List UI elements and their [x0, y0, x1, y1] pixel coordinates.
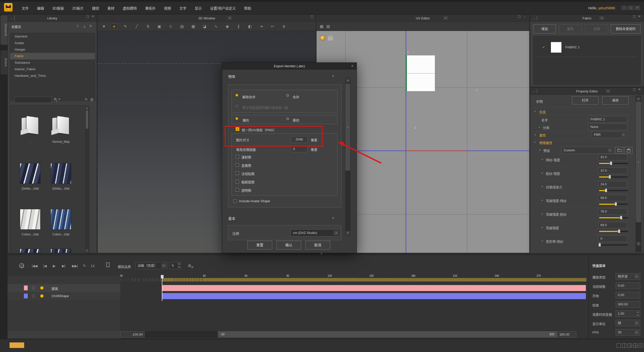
- next-frame-icon[interactable]: ▶|: [62, 264, 65, 268]
- expand-caret-icon[interactable]: ▸: [542, 199, 543, 201]
- fabric-thumbnail-partial[interactable]: [51, 249, 71, 253]
- menu-file[interactable]: 文件: [22, 6, 29, 11]
- fabric-thumbnail[interactable]: [20, 163, 41, 184]
- move-gizmo-icon[interactable]: ✛: [111, 24, 117, 29]
- go-to-start-icon[interactable]: |◀◀: [32, 264, 37, 268]
- folder-normal-map-icon[interactable]: [51, 116, 70, 135]
- refresh-icon[interactable]: ↻: [89, 24, 92, 28]
- folder-up-icon[interactable]: [20, 116, 40, 135]
- uv-menu-caret[interactable]: ▾: [443, 16, 449, 20]
- slider-track[interactable]: [599, 204, 628, 205]
- slider-handle[interactable]: [598, 243, 601, 247]
- favorite-item-substance[interactable]: Substance: [10, 59, 95, 66]
- checkbox-include-avatar[interactable]: [233, 199, 237, 203]
- collapse-section-icon[interactable]: ∧: [332, 74, 334, 78]
- float-panel-icon[interactable]: ▢: [633, 88, 636, 91]
- arrange-tool-icon[interactable]: ⇥: [258, 24, 264, 29]
- category-field[interactable]: None: [588, 124, 627, 130]
- float-panel-icon[interactable]: ▢: [311, 15, 313, 18]
- preset-save-button[interactable]: [624, 147, 632, 154]
- layout-split-icon[interactable]: [628, 343, 632, 348]
- slider-value-field[interactable]: 37.0: [598, 167, 627, 174]
- dialog-cancel-button[interactable]: 取消: [305, 241, 330, 250]
- menu-retopology[interactable]: 重拓扑: [145, 6, 156, 11]
- menu-video[interactable]: 视频: [164, 6, 171, 11]
- close-panel-icon[interactable]: ✕: [92, 15, 94, 18]
- slider-track[interactable]: [599, 231, 628, 232]
- trim-tool-icon[interactable]: ◧: [247, 24, 253, 29]
- spin-down-icon[interactable]: ▾: [177, 266, 181, 268]
- favorite-item-interior-fabric[interactable]: Interior_Fabric: [10, 66, 95, 73]
- dropdown-caret-icon[interactable]: ▾: [621, 132, 626, 137]
- restore-button[interactable]: ▢: [628, 6, 633, 10]
- timeline-hscroll-thumb[interactable]: -30 300: [218, 331, 557, 337]
- select-pen-icon[interactable]: ✎: [122, 24, 129, 29]
- dropdown-caret-icon[interactable]: ▾: [634, 274, 639, 279]
- current-frame-field[interactable]: 0.00: [616, 283, 640, 289]
- track-keyframe-dot-icon[interactable]: [40, 294, 44, 298]
- info-section-header[interactable]: 信息: [539, 110, 546, 114]
- avatar-tool-icon[interactable]: ☉: [167, 24, 174, 29]
- spin-up-icon[interactable]: ▴: [177, 262, 181, 265]
- minimize-button[interactable]: –: [622, 6, 627, 10]
- attribute-section-header[interactable]: 属性: [539, 133, 546, 137]
- float-panel-icon[interactable]: ▢: [518, 15, 521, 18]
- fabric-add-button[interactable]: 增加: [533, 24, 556, 33]
- menu-settings[interactable]: 设置/用户自定义: [210, 6, 236, 11]
- fabric-copy-button[interactable]: 复制: [559, 24, 582, 33]
- scrollbar-thumb[interactable]: [86, 111, 88, 129]
- slider-handle[interactable]: [605, 188, 607, 192]
- layout-custom-icon[interactable]: [639, 343, 643, 348]
- expand-caret-icon[interactable]: ▸: [535, 133, 536, 136]
- slider-handle[interactable]: [615, 202, 617, 206]
- close-panel-icon[interactable]: ✕: [638, 88, 641, 91]
- menu-edit[interactable]: 编辑: [37, 6, 44, 11]
- scrollbar-thumb[interactable]: ≡: [346, 84, 350, 170]
- checkbox-metalness-map[interactable]: [236, 163, 239, 167]
- dropdown-caret-icon[interactable]: ▾: [634, 330, 639, 335]
- scroll-up-icon[interactable]: ▲: [345, 78, 350, 83]
- fabric-thumbnail-partial[interactable]: [20, 249, 41, 253]
- checkbox-roughness-map[interactable]: [236, 180, 239, 183]
- start-frame-field[interactable]: 0.00: [616, 292, 640, 298]
- radio-unweld[interactable]: [236, 94, 238, 96]
- flip-panel-icon[interactable]: ▣: [156, 24, 163, 29]
- favorite-item-hanger[interactable]: Hanger: [10, 46, 95, 53]
- expand-caret-icon[interactable]: ▸: [542, 226, 543, 229]
- slider-track[interactable]: [599, 177, 628, 178]
- layout-two-pane-icon[interactable]: [622, 343, 626, 348]
- uv-island-tool-icon[interactable]: ▦: [318, 24, 325, 29]
- download-icon[interactable]: ⇩: [76, 24, 79, 28]
- slider-track[interactable]: [599, 190, 628, 191]
- fabric-apply-button[interactable]: 应用: [585, 24, 608, 33]
- playback-speed[interactable]: 1X: [91, 264, 95, 268]
- preset-load-button[interactable]: [615, 147, 623, 154]
- slider-value-field[interactable]: 69.0: [598, 222, 627, 228]
- uv-transform-tool-icon[interactable]: ▧: [325, 24, 331, 29]
- expand-caret-icon[interactable]: ▸: [542, 171, 543, 174]
- spin-up-icon[interactable]: ▴: [636, 311, 640, 313]
- close-panel-icon[interactable]: ✕: [638, 15, 641, 18]
- menu-material[interactable]: 素材: [107, 6, 115, 11]
- menu-help[interactable]: 帮助: [244, 6, 251, 11]
- library-scrollbar[interactable]: ▲ ▼: [85, 106, 89, 253]
- tack-tool-icon[interactable]: ↩: [269, 24, 276, 29]
- collapse-section-icon[interactable]: ∧: [332, 216, 334, 220]
- favorite-item-hardware-trims[interactable]: Hardware_and_Trims: [10, 73, 95, 79]
- expand-caret-icon[interactable]: ▸: [539, 126, 540, 128]
- fabric-swatch[interactable]: [551, 42, 562, 53]
- name-field[interactable]: FABRIC 1: [588, 116, 627, 123]
- range-end-field[interactable]: 300.00: [557, 331, 576, 337]
- spin-down-icon[interactable]: ▾: [636, 314, 640, 316]
- layout-quad-icon[interactable]: [633, 343, 637, 348]
- loop-icon[interactable]: ↻: [83, 264, 86, 268]
- gear-small-icon[interactable]: ⚙: [191, 266, 194, 269]
- dropdown-caret-icon[interactable]: ▾: [607, 148, 613, 153]
- play-icon[interactable]: ▶: [53, 264, 55, 268]
- checkbox-opacity-map[interactable]: [236, 188, 239, 192]
- slider-value-field[interactable]: 76.0: [598, 208, 627, 215]
- property-save-button[interactable]: 保存: [602, 96, 629, 104]
- property-menu-caret[interactable]: ▾: [605, 89, 611, 93]
- tab-general[interactable]: General: [1, 15, 8, 45]
- animation-bar-garment[interactable]: [162, 285, 586, 291]
